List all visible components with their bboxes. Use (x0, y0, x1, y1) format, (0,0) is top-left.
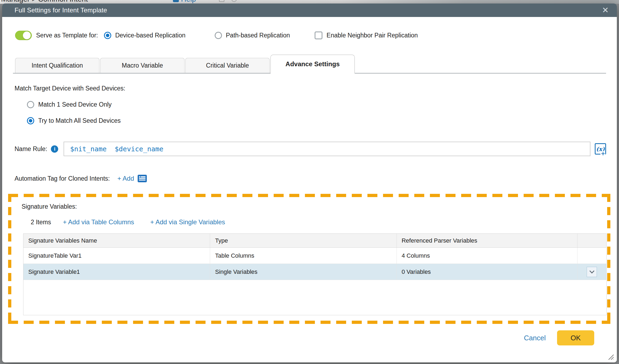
table-row-selected[interactable]: Signature Variable1 Single Variables 0 V… (23, 264, 606, 280)
help-icon (173, 0, 179, 2)
row-control (577, 264, 606, 280)
column-header-control (577, 234, 606, 247)
dialog-title: Full Settings for Intent Template (15, 6, 107, 14)
table-header-row: Signature Variables Name Type Referenced… (23, 234, 606, 248)
add-via-single-variables-link[interactable]: + Add via Single Variables (150, 218, 225, 226)
column-header-name: Signature Variables Name (23, 234, 210, 247)
radio-match-one-seed[interactable]: Match 1 Seed Device Only (27, 101, 606, 108)
serve-as-template-row: Serve as Template for: Device-based Repl… (15, 29, 606, 41)
row-control (577, 248, 606, 264)
row-type: Table Columns (210, 248, 396, 264)
resize-grip-icon[interactable] (607, 353, 614, 360)
serve-as-template-toggle[interactable] (15, 31, 32, 40)
insert-variable-icon[interactable]: (x) + (595, 143, 606, 155)
radio-unselected-icon[interactable] (215, 32, 222, 39)
row-referenced: 0 Variables (397, 264, 577, 280)
radio-selected-icon[interactable] (27, 117, 34, 124)
radio-match-one-seed-label: Match 1 Seed Device Only (38, 101, 112, 108)
background-page-strip: Manager > Common Intent Help (0, 0, 619, 4)
radio-selected-icon[interactable] (104, 32, 111, 39)
add-via-table-columns-link[interactable]: + Add via Table Columns (63, 218, 134, 226)
full-settings-dialog: Full Settings for Intent Template ✕ Serv… (2, 4, 617, 362)
name-rule-input[interactable]: $nit_name $device_name (64, 142, 590, 156)
tag-list-icon[interactable] (137, 174, 147, 183)
column-header-referenced: Referenced Parser Variables (397, 234, 577, 247)
signature-variables-table: Signature Variables Name Type Referenced… (23, 233, 607, 315)
close-icon[interactable]: ✕ (602, 6, 609, 14)
match-section-title: Match Target Device with Seed Devices: (15, 85, 606, 92)
radio-match-all-seeds[interactable]: Try to Match All Seed Devices (27, 117, 606, 124)
toggle-knob-icon (23, 32, 31, 39)
radio-path-based-replication[interactable]: Path-based Replication (215, 32, 290, 39)
plus-icon: + (600, 151, 605, 156)
automation-tag-row: Automation Tag for Cloned Intents: + Add (15, 174, 606, 183)
breadcrumb: Manager > Common Intent (1, 0, 88, 4)
name-rule-row: Name Rule: i $nit_name $device_name (x) … (15, 142, 606, 156)
tab-advance-settings[interactable]: Advance Settings (270, 55, 355, 74)
help-link: Help (173, 0, 196, 4)
column-header-type: Type (210, 234, 396, 247)
radio-path-based-label: Path-based Replication (226, 32, 290, 39)
row-type: Single Variables (210, 264, 396, 280)
radio-device-based-replication[interactable]: Device-based Replication (104, 32, 186, 39)
tab-intent-qualification[interactable]: Intent Qualification (15, 58, 99, 73)
dashed-border-top (8, 194, 610, 197)
table-row[interactable]: SignatureTable Var1 Table Columns 4 Colu… (23, 248, 606, 264)
name-rule-label: Name Rule: (15, 145, 47, 153)
radio-match-all-seeds-label: Try to Match All Seed Devices (38, 117, 121, 124)
row-expand-button[interactable] (587, 267, 597, 277)
dialog-header: Full Settings for Intent Template ✕ (2, 4, 617, 17)
checkbox-enable-neighbor-pair[interactable]: Enable Neighbor Pair Replication (315, 32, 418, 39)
chevron-down-icon (589, 268, 594, 273)
serve-as-template-label: Serve as Template for: (36, 32, 98, 39)
automation-tag-label: Automation Tag for Cloned Intents: (15, 175, 110, 182)
cancel-button[interactable]: Cancel (524, 334, 546, 342)
tab-critical-variable[interactable]: Critical Variable (185, 58, 270, 73)
gear-icon (219, 0, 224, 2)
signature-variables-label: Signature Variables: (22, 203, 607, 210)
dashed-border-left (8, 194, 11, 324)
signature-actions-row: 2 Items + Add via Table Columns + Add vi… (31, 218, 607, 226)
checkbox-icon[interactable] (315, 32, 322, 39)
items-count: 2 Items (31, 219, 51, 226)
row-name: Signature Variable1 (23, 264, 210, 280)
row-name: SignatureTable Var1 (23, 248, 210, 264)
tab-bar: Intent Qualification Macro Variable Crit… (13, 55, 606, 74)
tab-macro-variable[interactable]: Macro Variable (100, 58, 185, 73)
dashed-border-bottom (8, 321, 610, 324)
radio-device-based-label: Device-based Replication (115, 32, 186, 39)
dialog-footer: Cancel OK (13, 330, 606, 345)
checkbox-neighbor-pair-label: Enable Neighbor Pair Replication (326, 32, 418, 39)
ok-button[interactable]: OK (557, 330, 594, 345)
add-tag-link[interactable]: + Add (117, 175, 134, 182)
radio-unselected-icon[interactable] (27, 101, 34, 108)
signature-variables-section: Signature Variables: 2 Items + Add via T… (8, 194, 610, 324)
user-icon (231, 0, 237, 2)
info-icon[interactable]: i (51, 145, 58, 153)
dashed-border-right (607, 194, 610, 324)
row-referenced: 4 Columns (397, 248, 577, 264)
